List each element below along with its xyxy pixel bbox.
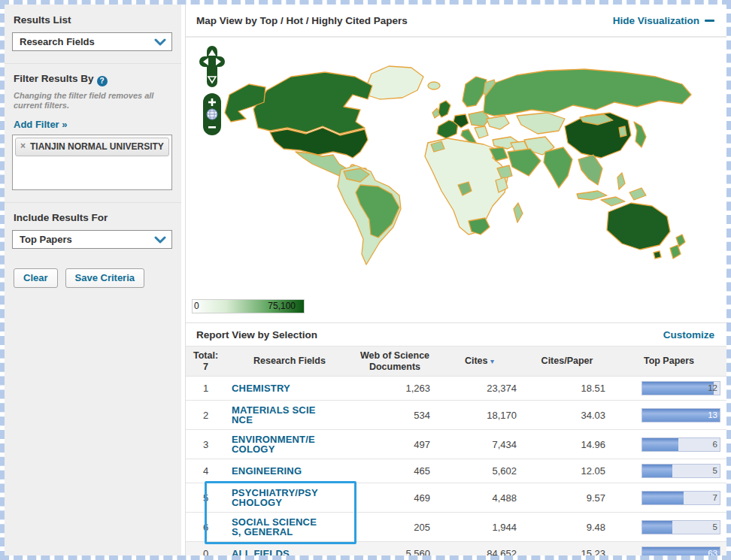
include-results-dropdown[interactable]: Top Papers	[12, 230, 172, 249]
map-region-philippines[interactable]	[617, 173, 625, 189]
hide-visualization-link[interactable]: Hide Visualization	[613, 15, 714, 26]
filter-chip-label: TIANJIN NORMAL UNIVERSITY	[30, 141, 164, 152]
map-region-iceland[interactable]	[428, 82, 440, 89]
top-papers-count: 63	[708, 549, 717, 558]
row-rank: 6	[186, 513, 226, 542]
map-region-russia[interactable]	[484, 69, 691, 116]
map-region-madagascar[interactable]	[514, 203, 523, 222]
chevron-down-icon	[154, 233, 166, 247]
row-top-papers: 6	[611, 430, 726, 459]
active-filters-box: × TIANJIN NORMAL UNIVERSITY	[12, 135, 172, 190]
filter-note: Changing the filter field removes all cu…	[14, 91, 171, 112]
map-legend: 0 75,100	[192, 299, 305, 313]
row-top-papers: 5	[611, 513, 726, 542]
research-field-link[interactable]: ENGINEERING	[232, 466, 320, 476]
row-cites-per-paper: 9.57	[523, 483, 611, 513]
globe-icon	[207, 109, 217, 120]
map-region-indonesia[interactable]	[601, 197, 625, 206]
filter-results-heading: Filter Results By?	[14, 73, 172, 86]
map-region-balkans[interactable]	[475, 126, 488, 138]
report-header: Report View by Selection Customize	[186, 322, 726, 346]
map-region-uk[interactable]	[438, 101, 450, 117]
help-icon[interactable]: ?	[97, 76, 108, 86]
row-field: ALL FIELDS	[226, 542, 353, 560]
map-region-japan[interactable]	[634, 122, 646, 147]
research-field-link[interactable]: SOCIAL SCIENCES, GENERAL	[232, 517, 320, 537]
map-region-norway-sweden[interactable]	[463, 77, 487, 107]
main-panel: Map View by Top / Hot / Highly Cited Pap…	[185, 5, 726, 555]
legend-max-label: 75,100	[268, 301, 296, 311]
row-cites-per-paper: 9.48	[523, 513, 611, 542]
filter-chip[interactable]: × TIANJIN NORMAL UNIVERSITY	[15, 138, 169, 156]
total-header: Total: 7	[186, 347, 226, 377]
map-region-south-africa[interactable]	[469, 218, 490, 235]
map-region-greenland[interactable]	[363, 66, 423, 99]
top-papers-count: 12	[708, 383, 717, 392]
sidebar: Results List Research Fields Filter Resu…	[5, 5, 181, 555]
map-region-new-zealand[interactable]	[670, 245, 681, 259]
map-region-tasmania[interactable]	[654, 251, 661, 259]
cites-per-paper-header: Cites/Paper	[523, 347, 611, 377]
row-rank: 5	[186, 483, 226, 513]
table-row: 5PSYCHIATRY/PSYCHOLOGY4694,4889.577	[186, 483, 726, 513]
row-cites-per-paper: 15.23	[523, 542, 611, 560]
top-papers-bar: 5	[642, 520, 720, 534]
visualization-header: Map View by Top / Hot / Highly Cited Pap…	[186, 5, 726, 38]
row-wos-documents: 205	[353, 513, 436, 542]
map-pan-control[interactable]	[198, 45, 226, 89]
research-field-link[interactable]: MATERIALS SCIENCE	[232, 405, 320, 425]
top-papers-header: Top Papers	[611, 347, 726, 377]
map-region-kazakhstan[interactable]	[517, 113, 565, 134]
remove-filter-icon[interactable]: ×	[20, 141, 26, 151]
row-top-papers: 7	[611, 483, 726, 513]
row-rank: 3	[186, 430, 226, 459]
top-papers-bar: 7	[642, 491, 720, 505]
table-row: 6SOCIAL SCIENCES, GENERAL2051,9449.485	[186, 513, 726, 542]
results-list-selected: Research Fields	[20, 36, 95, 47]
row-wos-documents: 497	[353, 430, 436, 459]
table-row: 2MATERIALS SCIENCE53418,17034.0313	[186, 401, 726, 430]
top-papers-count: 6	[713, 440, 717, 449]
report-table: Total: 7 Research Fields Web of Science …	[186, 346, 726, 560]
add-filter-link[interactable]: Add Filter »	[14, 119, 68, 130]
row-cites: 7,434	[436, 430, 523, 459]
world-choropleth-map[interactable]	[186, 38, 726, 297]
map-region-indonesia[interactable]	[577, 191, 607, 200]
clear-button[interactable]: Clear	[14, 268, 58, 288]
row-wos-documents: 465	[353, 459, 436, 483]
cites-sort-header[interactable]: Cites ▾	[436, 347, 523, 377]
row-field: ENGINEERING	[226, 459, 353, 483]
table-row: 1CHEMISTRY1,26323,37418.5112	[186, 377, 726, 401]
row-field: ENVIRONMENT/ECOLOGY	[226, 430, 353, 459]
research-field-link[interactable]: ENVIRONMENT/ECOLOGY	[232, 434, 320, 454]
row-field: CHEMISTRY	[226, 377, 353, 401]
map-zoom-control[interactable]	[202, 92, 222, 136]
customize-link[interactable]: Customize	[663, 329, 714, 341]
map-region-india[interactable]	[544, 147, 572, 188]
research-field-link[interactable]: CHEMISTRY	[232, 383, 320, 393]
research-field-link[interactable]: ALL FIELDS	[232, 549, 320, 558]
top-papers-bar: 63	[642, 546, 720, 560]
wos-documents-header: Web of Science Documents	[353, 347, 436, 377]
map-region-australia[interactable]	[607, 203, 670, 250]
top-papers-bar: 6	[642, 437, 720, 452]
row-wos-documents: 1,263	[353, 377, 436, 401]
map-region-usa[interactable]	[270, 128, 368, 158]
map-region-new-guinea[interactable]	[629, 188, 646, 200]
results-list-heading: Results List	[14, 14, 172, 26]
page: Results List Research Fields Filter Resu…	[0, 0, 731, 560]
research-field-link[interactable]: PSYCHIATRY/PSYCHOLOGY	[232, 488, 320, 507]
report-title: Report View by Selection	[196, 329, 317, 341]
row-cites: 5,602	[436, 459, 523, 483]
map-region-se-asia[interactable]	[578, 155, 602, 185]
results-list-dropdown[interactable]: Research Fields	[12, 32, 172, 51]
top-papers-count: 7	[713, 493, 717, 502]
map-region-canada[interactable]	[253, 72, 372, 134]
row-top-papers: 5	[611, 459, 726, 483]
map-region-ukraine[interactable]	[487, 116, 509, 129]
sidebar-divider	[5, 202, 181, 203]
research-fields-header: Research Fields	[226, 347, 353, 377]
map-region-korea[interactable]	[619, 126, 626, 137]
row-rank: 1	[186, 377, 226, 401]
save-criteria-button[interactable]: Save Criteria	[65, 268, 145, 288]
